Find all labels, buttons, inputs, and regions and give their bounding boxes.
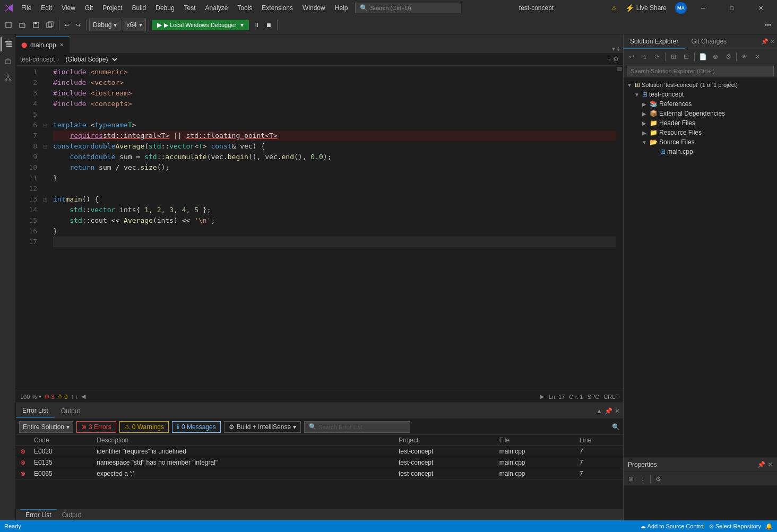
col-description[interactable]: Description [92, 435, 394, 446]
window-minimize-button[interactable]: ─ [691, 0, 715, 16]
menu-tools[interactable]: Tools [233, 2, 256, 14]
se-preview[interactable]: 👁 [739, 51, 750, 63]
stop-button[interactable]: ⏹ [263, 20, 274, 30]
prop-categories-button[interactable]: ⊞ [626, 474, 636, 484]
fold-average[interactable]: ⊟ [41, 141, 49, 152]
se-collapse-all[interactable]: ⊟ [680, 51, 692, 63]
activity-toolbox[interactable] [1, 54, 15, 68]
platform-dropdown[interactable]: x64 ▾ [123, 19, 145, 31]
code-editor[interactable]: 1 2 3 4 5 6 7 8 9 10 11 12 13 14 15 16 1… [16, 66, 623, 390]
tab-solution-explorer[interactable]: Solution Explorer [624, 34, 685, 49]
menu-project[interactable]: Project [98, 2, 126, 14]
menu-file[interactable]: File [17, 2, 36, 14]
tree-project[interactable]: ▼ ⊞ test-concept [624, 90, 777, 99]
activity-git[interactable] [1, 71, 15, 85]
error-search-box[interactable]: 🔍 Search Error List [304, 421, 410, 433]
scope-selector[interactable]: (Global Scope) [61, 55, 119, 64]
tab-close-button[interactable]: ✕ [59, 42, 64, 48]
se-close[interactable]: ✕ [752, 51, 763, 63]
activity-solution-explorer[interactable] [1, 37, 15, 51]
tab-output[interactable]: Output [55, 404, 87, 418]
tree-references[interactable]: ▶ 📚 References [624, 99, 777, 109]
error-row-2[interactable]: ⊗ E0135 namespace "std" has no member "i… [16, 457, 623, 468]
error-count-status[interactable]: ⊗ 3 [45, 393, 54, 400]
prop-settings-button[interactable]: ⚙ [653, 474, 663, 484]
col-project[interactable]: Project [394, 435, 495, 446]
panel-expand-icon[interactable]: ▲ [596, 407, 602, 415]
se-show-files[interactable]: 📄 [697, 51, 709, 63]
menu-help[interactable]: Help [331, 2, 352, 14]
col-file[interactable]: File [495, 435, 575, 446]
se-back-button[interactable]: ↩ [626, 51, 637, 63]
run-debugger-button[interactable]: ▶ ▶ Local Windows Debugger ▾ [152, 20, 249, 30]
editor-header-plus[interactable]: + [607, 56, 611, 63]
tree-main-cpp[interactable]: ⊞ main.cpp [624, 147, 777, 156]
save-all-button[interactable] [44, 20, 56, 30]
menu-analyze[interactable]: Analyze [201, 2, 232, 14]
window-maximize-button[interactable]: □ [720, 0, 744, 16]
se-expand-all[interactable]: ⊞ [668, 51, 679, 63]
tree-external-deps[interactable]: ▶ 📦 External Dependencies [624, 109, 777, 118]
horizontal-scroll-left[interactable]: ◀ [81, 393, 85, 400]
se-sync-button[interactable]: ⟳ [651, 51, 663, 63]
scrollbar-thumb[interactable] [617, 67, 622, 71]
col-code[interactable]: Code [30, 435, 92, 446]
tab-git-changes[interactable]: Git Changes [685, 34, 733, 49]
panel-close-icon[interactable]: ✕ [770, 38, 775, 45]
open-button[interactable] [16, 20, 29, 30]
tab-error-list-bottom[interactable]: Error List [20, 509, 57, 520]
fold-main[interactable]: ⊟ [41, 194, 49, 205]
editor-settings-icon[interactable]: ⚙ [613, 56, 619, 63]
status-notifications[interactable]: 🔔 [765, 523, 773, 530]
menu-test[interactable]: Test [180, 2, 200, 14]
se-filter[interactable]: ⊛ [710, 51, 721, 63]
panel-close-icon[interactable]: ✕ [615, 407, 620, 415]
menu-window[interactable]: Window [298, 2, 330, 14]
toolbar-more[interactable] [761, 19, 775, 31]
warning-count-status[interactable]: ⚠ 0 [57, 393, 67, 400]
tree-source-files[interactable]: ▼ 📂 Source Files [624, 137, 777, 147]
save-button[interactable] [30, 20, 42, 30]
error-row-1[interactable]: ⊗ E0020 identifier "requires" is undefin… [16, 446, 623, 457]
menu-view[interactable]: View [57, 2, 80, 14]
se-settings[interactable]: ⚙ [722, 51, 734, 63]
new-project-button[interactable] [2, 20, 15, 30]
status-add-to-source[interactable]: ☁ Add to Source Control [640, 523, 705, 530]
tab-error-list[interactable]: Error List [16, 404, 55, 418]
messages-filter-button[interactable]: ℹ 0 Messages [172, 421, 221, 433]
intellisense-filter-button[interactable]: ⚙ Build + IntelliSense ▾ [224, 421, 301, 433]
pause-button[interactable]: ⏸ [251, 20, 262, 30]
tree-header-files[interactable]: ▶ 📁 Header Files [624, 118, 777, 128]
error-filter-dropdown[interactable]: Entire Solution ▾ [19, 421, 73, 433]
menu-extensions[interactable]: Extensions [257, 2, 297, 14]
menu-edit[interactable]: Edit [37, 2, 56, 14]
errors-filter-button[interactable]: ⊗ 3 Errors [76, 421, 116, 433]
redo-button[interactable]: ↪ [73, 20, 83, 30]
tab-output-bottom[interactable]: Output [57, 510, 87, 520]
fold-template[interactable]: ⊟ [41, 120, 49, 130]
prop-pin-icon[interactable]: 📌 [757, 461, 765, 468]
se-search-input[interactable] [627, 66, 774, 76]
vertical-scrollbar[interactable] [616, 66, 623, 390]
col-line[interactable]: Line [575, 435, 623, 446]
menu-build[interactable]: Build [128, 2, 151, 14]
menu-git[interactable]: Git [81, 2, 97, 14]
error-row-3[interactable]: ⊗ E0065 expected a ';' test-concept main… [16, 468, 623, 479]
tab-list-button[interactable]: ▾ [612, 45, 615, 53]
panel-pin-icon[interactable]: 📌 [605, 407, 612, 415]
window-close-button[interactable]: ✕ [748, 0, 773, 16]
undo-button[interactable]: ↩ [62, 20, 72, 30]
nav-down-arrow[interactable]: ↓ [75, 393, 78, 400]
panel-pin-icon[interactable]: 📌 [761, 38, 769, 45]
prop-close-icon[interactable]: ✕ [767, 461, 773, 468]
error-search-icon[interactable]: 🔍 [612, 423, 620, 431]
status-select-repo[interactable]: ⊙ Select Repository [709, 523, 761, 530]
nav-up-arrow[interactable]: ↑ [71, 393, 74, 400]
search-box[interactable]: 🔍 Search (Ctrl+Q) [355, 3, 461, 13]
se-home-button[interactable]: ⌂ [638, 51, 650, 63]
code-content[interactable]: #include <numeric> #include <vector> #in… [49, 66, 616, 390]
prop-sort-button[interactable]: ↕ [637, 474, 648, 484]
user-avatar[interactable]: MA [675, 2, 687, 14]
tree-solution[interactable]: ▼ ⊞ Solution 'test-concept' (1 of 1 proj… [624, 80, 777, 90]
warnings-filter-button[interactable]: ⚠ 0 Warnings [119, 421, 169, 433]
